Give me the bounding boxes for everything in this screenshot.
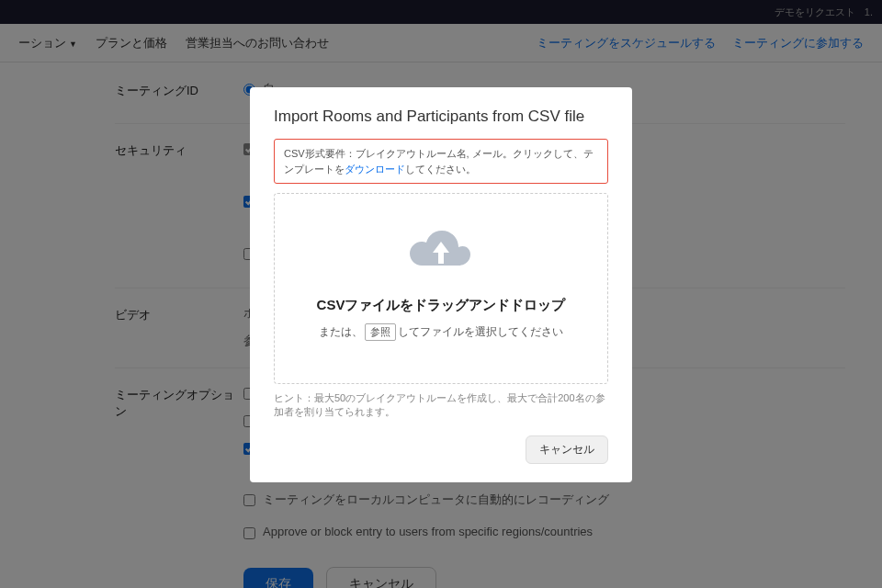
import-csv-modal: Import Rooms and Participants from CSV f… [250,87,632,482]
browse-button[interactable]: 参照 [365,323,396,341]
download-template-link[interactable]: ダウンロード [345,164,405,175]
modal-cancel-button[interactable]: キャンセル [526,435,608,464]
csv-req-post: してください。 [405,164,476,175]
file-dropzone[interactable]: CSVファイルをドラッグアンドドロップ または、参照してファイルを選択してくださ… [274,193,608,384]
breakout-hint: ヒント：最大50のブレイクアウトルームを作成し、最大で合計200名の参加者を割り… [274,391,608,419]
modal-overlay: Import Rooms and Participants from CSV f… [0,0,882,588]
dropzone-pre: または、 [319,325,363,338]
csv-requirement-box: CSV形式要件：ブレイクアウトルーム名, メール。クリックして、テンプレートをダ… [274,139,608,184]
dropzone-post: してファイルを選択してください [398,325,563,338]
cloud-upload-icon [409,227,473,278]
modal-title: Import Rooms and Participants from CSV f… [274,107,608,126]
dropzone-title: CSVファイルをドラッグアンドドロップ [293,297,589,314]
